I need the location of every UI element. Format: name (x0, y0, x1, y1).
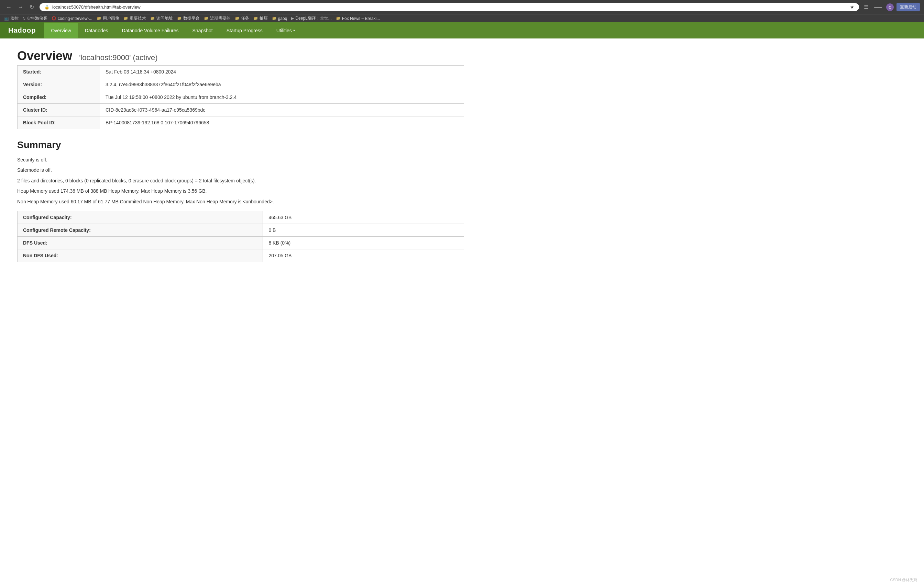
bookmark-item[interactable]: ▶DeepL翻译：全世... (291, 15, 332, 21)
bookmark-icon: 📁 (272, 16, 277, 21)
row-value: Sat Feb 03 14:18:34 +0800 2024 (100, 66, 464, 78)
bookmark-label: 抽屉 (259, 15, 268, 21)
bookmark-label: gaoq (278, 16, 287, 21)
bookmark-label: 访问地址 (157, 15, 173, 21)
bookmark-label: 监控 (10, 15, 18, 21)
bookmark-item[interactable]: 📁访问地址 (150, 15, 173, 21)
bookmark-item[interactable]: ⭕coding-interview-... (51, 16, 92, 21)
address-bar[interactable]: 🔒 localhost:50070/dfshealth.html#tab-ove… (40, 3, 859, 11)
lock-icon: 🔒 (45, 5, 50, 10)
row-label: Block Pool ID: (18, 117, 100, 129)
row-label: DFS Used: (18, 236, 263, 249)
nav-links: OverviewDatanodesDatanode Volume Failure… (44, 23, 302, 38)
bookmark-label: 任务 (241, 15, 249, 21)
bookmark-label: 近期需要的 (210, 15, 231, 21)
summary-line: Non Heap Memory used 60.17 MB of 61.77 M… (17, 198, 464, 206)
nav-link-snapshot[interactable]: Snapshot (186, 23, 219, 38)
bookmark-label: DeepL翻译：全世... (295, 15, 332, 21)
page-subtitle: 'localhost:9000' (active) (79, 53, 158, 62)
row-value: 207.05 GB (263, 249, 464, 262)
row-value: 3.2.4, r7e5d9983b388e372fe640f21f048f2f2… (100, 78, 464, 91)
user-avatar[interactable]: C (886, 3, 894, 11)
nav-link-overview[interactable]: Overview (44, 23, 78, 38)
row-value: 8 KB (0%) (263, 236, 464, 249)
bookmark-icon: 📁 (253, 16, 258, 21)
nav-link-utilities[interactable]: Utilities ▾ (269, 23, 302, 38)
bookmark-icon: N (23, 16, 25, 21)
restart-button[interactable]: 重新启动 (896, 3, 920, 12)
summary-table: Configured Capacity: 465.63 GB Configure… (17, 211, 464, 262)
bookmark-item[interactable]: 📁gaoq (272, 16, 287, 21)
bookmark-icon: 📁 (124, 16, 128, 21)
summary-line: Safemode is off. (17, 166, 464, 174)
bookmark-item[interactable]: 📁抽屉 (253, 15, 268, 21)
row-value: 465.63 GB (263, 211, 464, 224)
nav-link-datanode-volume-failures[interactable]: Datanode Volume Failures (115, 23, 186, 38)
bookmark-item[interactable]: 📁用户画像 (97, 15, 119, 21)
bookmark-icon: 📁 (204, 16, 209, 21)
row-value: CID-8e29ac3e-f073-4964-aa17-e95ca5369bdc (100, 104, 464, 117)
nav-link-startup-progress[interactable]: Startup Progress (219, 23, 269, 38)
bookmark-item[interactable]: 📁重要技术 (124, 15, 146, 21)
bookmark-icon: 📁 (336, 16, 341, 21)
browser-chrome: ← → ↻ 🔒 localhost:50070/dfshealth.html#t… (0, 0, 924, 14)
table-row: Configured Capacity: 465.63 GB (18, 211, 464, 224)
bookmark-label: 少年游侠客 (27, 15, 48, 21)
bookmark-item[interactable]: 📁数据平台 (177, 15, 200, 21)
bookmark-label: 用户画像 (103, 15, 119, 21)
row-value: Tue Jul 12 19:58:00 +0800 2022 by ubuntu… (100, 91, 464, 104)
bookmark-item[interactable]: 📁近期需要的 (204, 15, 231, 21)
extensions-button[interactable]: ☰ (863, 3, 870, 11)
row-label: Configured Remote Capacity: (18, 224, 263, 236)
table-row: Compiled: Tue Jul 12 19:58:00 +0800 2022… (18, 91, 464, 104)
back-button[interactable]: ← (4, 3, 14, 11)
row-label: Non DFS Used: (18, 249, 263, 262)
row-value: BP-1400081739-192.168.0.107-170694079665… (100, 117, 464, 129)
row-value: 0 B (263, 224, 464, 236)
summary-section: Summary Security is off.Safemode is off.… (17, 140, 464, 262)
summary-line: Heap Memory used 174.36 MB of 388 MB Hea… (17, 187, 464, 195)
row-label: Compiled: (18, 91, 100, 104)
browser-nav-buttons: ← → ↻ (4, 3, 36, 11)
bookmark-item[interactable]: 📁任务 (235, 15, 249, 21)
row-label: Cluster ID: (18, 104, 100, 117)
main-content: Overview 'localhost:9000' (active) Start… (0, 38, 481, 272)
nav-link-datanodes[interactable]: Datanodes (78, 23, 115, 38)
page-title-text: Overview (17, 49, 72, 63)
bookmark-label: 数据平台 (183, 15, 200, 21)
bookmark-label: coding-interview-... (58, 16, 92, 21)
bookmark-item[interactable]: 📁Fox News – Breaki... (336, 16, 380, 21)
caret-icon: ▾ (293, 28, 295, 32)
table-row: Started: Sat Feb 03 14:18:34 +0800 2024 (18, 66, 464, 78)
summary-line: 2 files and directories, 0 blocks (0 rep… (17, 177, 464, 184)
reload-button[interactable]: ↻ (28, 3, 36, 11)
table-row: Version: 3.2.4, r7e5d9983b388e372fe640f2… (18, 78, 464, 91)
url-text: localhost:50070/dfshealth.html#tab-overv… (52, 5, 847, 10)
bookmark-icon: ⭕ (51, 16, 56, 21)
bookmark-icon: 📁 (177, 16, 182, 21)
table-row: DFS Used: 8 KB (0%) (18, 236, 464, 249)
summary-line: Security is off. (17, 156, 464, 163)
table-row: Block Pool ID: BP-1400081739-192.168.0.1… (18, 117, 464, 129)
bookmark-item[interactable]: 📺监控 (4, 15, 18, 21)
bookmarks-bar: 📺监控N少年游侠客⭕coding-interview-...📁用户画像📁重要技术… (0, 14, 924, 22)
profile-button[interactable]: ── (873, 3, 883, 11)
browser-actions: ☰ ── C 重新启动 (863, 3, 920, 12)
bookmark-item[interactable]: N少年游侠客 (23, 15, 48, 21)
overview-section: Overview 'localhost:9000' (active) Start… (17, 49, 464, 129)
bookmark-label: Fox News – Breaki... (342, 16, 380, 21)
bookmark-label: 重要技术 (130, 15, 146, 21)
row-label: Version: (18, 78, 100, 91)
bookmark-icon: 📁 (97, 16, 101, 21)
forward-button[interactable]: → (16, 3, 25, 11)
table-row: Cluster ID: CID-8e29ac3e-f073-4964-aa17-… (18, 104, 464, 117)
summary-title: Summary (17, 140, 464, 150)
page-title: Overview 'localhost:9000' (active) (17, 49, 464, 63)
table-row: Configured Remote Capacity: 0 B (18, 224, 464, 236)
bookmark-icon: 📺 (4, 16, 9, 21)
table-row: Non DFS Used: 207.05 GB (18, 249, 464, 262)
row-label: Configured Capacity: (18, 211, 263, 224)
hadoop-brand: Hadoop (0, 22, 44, 38)
row-label: Started: (18, 66, 100, 78)
hadoop-nav: Hadoop OverviewDatanodesDatanode Volume … (0, 22, 924, 38)
